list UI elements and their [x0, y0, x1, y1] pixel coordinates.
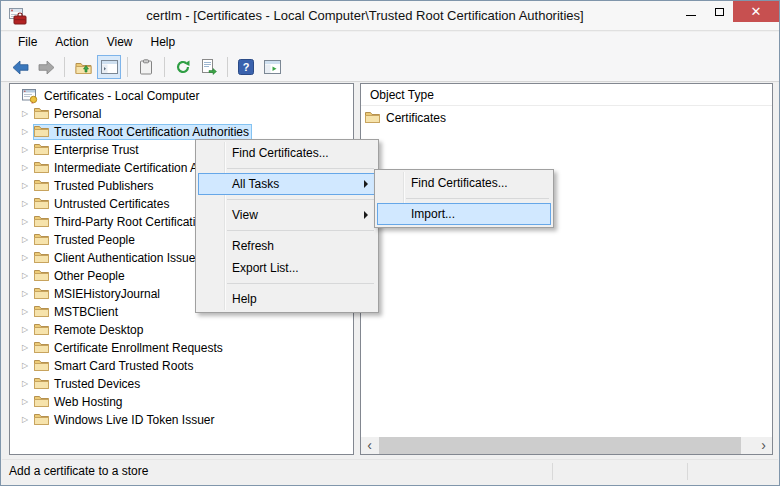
menubar-item[interactable]: View [98, 32, 142, 53]
context-menu-item[interactable]: Help [198, 288, 376, 310]
refresh-button[interactable] [171, 55, 195, 79]
tree-item-label: Client Authentication Issuers [54, 251, 205, 265]
context-menu-item[interactable] [198, 226, 376, 235]
forward-button[interactable] [34, 55, 58, 79]
tree-root-label: Certificates - Local Computer [44, 89, 199, 103]
refresh-icon [175, 59, 191, 75]
close-button[interactable]: ✕ [733, 1, 779, 22]
submenu-item[interactable]: Import... [377, 203, 551, 225]
toolbar-separator [164, 57, 165, 77]
expand-chevron-icon[interactable]: ▷ [19, 231, 31, 249]
help-icon: ? [238, 59, 254, 75]
expand-chevron-icon[interactable]: ▷ [19, 357, 31, 375]
expand-chevron-icon[interactable]: ▷ [19, 249, 31, 267]
tree-item-label: MSTBClient [54, 305, 118, 319]
context-menu-item[interactable]: Refresh [198, 235, 376, 257]
tree-item-label: Smart Card Trusted Roots [54, 359, 193, 373]
show-action-pane-button[interactable] [260, 55, 284, 79]
status-bar: Add a certificate to a store [2, 459, 778, 483]
list-item[interactable]: Certificates [361, 108, 772, 127]
folder-icon [34, 377, 50, 391]
object-list: Certificates [361, 108, 772, 127]
back-button[interactable] [8, 55, 32, 79]
context-menu-item[interactable]: View [198, 204, 376, 226]
tree-item[interactable]: ▷ Trusted Devices [10, 375, 353, 393]
column-header-object-type[interactable]: Object Type [361, 84, 772, 106]
folder-icon [34, 143, 50, 157]
expand-chevron-icon[interactable]: ▷ [19, 177, 31, 195]
menu-item-label: Export List... [232, 257, 376, 279]
tree-item-label: Certificate Enrollment Requests [54, 341, 223, 355]
tree-item-label: Untrusted Certificates [54, 197, 169, 211]
clipboard-button[interactable] [134, 55, 158, 79]
up-one-level-button[interactable] [71, 55, 95, 79]
folder-icon [34, 197, 50, 211]
minimize-icon [686, 15, 696, 16]
status-text: Add a certificate to a store [9, 464, 148, 478]
menubar-item[interactable]: File [9, 32, 46, 53]
tree-item-label: Trusted Publishers [54, 179, 154, 193]
expand-chevron-icon[interactable]: ▷ [19, 123, 31, 141]
tree-item-label: Web Hosting [54, 395, 122, 409]
svg-text:?: ? [243, 61, 250, 73]
context-menu-item[interactable] [198, 195, 376, 204]
context-menu-item[interactable] [198, 164, 376, 173]
expand-chevron-icon[interactable]: ▷ [19, 303, 31, 321]
context-menu-item[interactable] [198, 279, 376, 288]
toolbar: ? [1, 53, 779, 82]
expand-chevron-icon[interactable]: ▷ [19, 393, 31, 411]
folder-icon [34, 341, 50, 355]
menu-item-label: Help [232, 288, 376, 310]
folder-icon [34, 269, 50, 283]
tree-item[interactable]: ▷ Web Hosting [10, 393, 353, 411]
mmc-console-icon[interactable] [8, 7, 28, 25]
export-list-icon [201, 59, 217, 75]
expand-chevron-icon[interactable]: ▷ [19, 321, 31, 339]
expand-chevron-icon[interactable]: ▷ [19, 195, 31, 213]
menubar-item[interactable]: Help [142, 32, 185, 53]
expand-chevron-icon[interactable]: ▷ [19, 159, 31, 177]
show-console-tree-button[interactable] [97, 55, 121, 79]
toolbar-separator [127, 57, 128, 77]
submenu-item[interactable] [377, 194, 551, 203]
menu-item-label: Import... [411, 203, 551, 225]
submenu-item[interactable]: Find Certificates... [377, 172, 551, 194]
action-pane-icon [264, 60, 281, 74]
help-button[interactable]: ? [234, 55, 258, 79]
folder-icon [34, 161, 50, 175]
tree-item-label: Enterprise Trust [54, 143, 139, 157]
scrollbar-track[interactable] [378, 437, 755, 454]
folder-icon [34, 179, 50, 193]
toolbar-separator [227, 57, 228, 77]
expand-chevron-icon[interactable]: ▷ [19, 339, 31, 357]
expand-chevron-icon[interactable]: ▷ [19, 267, 31, 285]
list-item-label: Certificates [386, 111, 446, 125]
back-icon [12, 60, 29, 75]
expand-chevron-icon[interactable]: ▷ [19, 375, 31, 393]
minimize-button[interactable] [677, 1, 705, 22]
tree-item[interactable]: ▷ Certificate Enrollment Requests [10, 339, 353, 357]
menu-item-label: Refresh [232, 235, 376, 257]
context-menu-item[interactable]: Export List... [198, 257, 376, 279]
tree-root-certificates-local-computer[interactable]: Certificates - Local Computer [10, 87, 353, 105]
context-menu-item[interactable]: Find Certificates... [198, 142, 376, 164]
expand-chevron-icon[interactable]: ▷ [19, 105, 31, 123]
expand-chevron-icon[interactable]: ▷ [19, 411, 31, 429]
scroll-right-icon[interactable]: › [755, 437, 772, 454]
expand-chevron-icon[interactable]: ▷ [19, 285, 31, 303]
tree-item[interactable]: ▷ Remote Desktop [10, 321, 353, 339]
expand-chevron-icon[interactable]: ▷ [19, 141, 31, 159]
tree-item[interactable]: ▷ Smart Card Trusted Roots [10, 357, 353, 375]
scrollbar-thumb[interactable] [379, 437, 741, 454]
console-root-icon [22, 89, 38, 103]
menubar-item[interactable]: Action [46, 32, 97, 53]
export-list-button[interactable] [197, 55, 221, 79]
tree-item[interactable]: ▷ Windows Live ID Token Issuer [10, 411, 353, 429]
scroll-left-icon[interactable]: ‹ [361, 437, 378, 454]
caption-buttons: ✕ [677, 1, 779, 22]
maximize-button[interactable] [705, 1, 733, 22]
context-menu-item[interactable]: All Tasks [198, 173, 376, 195]
expand-chevron-icon[interactable]: ▷ [19, 213, 31, 231]
tree-item[interactable]: ▷ Personal [10, 105, 353, 123]
horizontal-scrollbar: ‹ › [361, 437, 772, 454]
